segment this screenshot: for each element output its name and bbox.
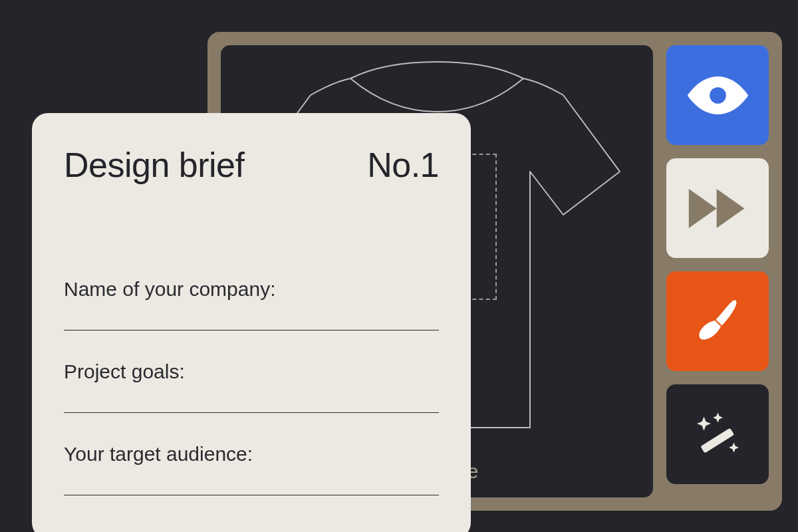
field-audience: Your target audience: xyxy=(64,443,439,497)
svg-marker-1 xyxy=(688,189,716,228)
paint-button[interactable] xyxy=(666,271,769,371)
magic-button[interactable] xyxy=(666,384,769,484)
field-company-input[interactable] xyxy=(64,321,439,331)
preview-button[interactable] xyxy=(666,45,769,145)
field-goals: Project goals: xyxy=(64,360,439,415)
eye-icon xyxy=(686,70,749,120)
brief-header: Design brief No.1 xyxy=(64,145,439,185)
fast-forward-icon xyxy=(686,184,749,233)
brush-icon xyxy=(686,297,749,346)
brief-number: No.1 xyxy=(367,145,439,185)
field-audience-label: Your target audience: xyxy=(64,443,439,466)
svg-point-0 xyxy=(710,87,726,104)
magic-wand-icon xyxy=(686,410,749,460)
field-goals-input[interactable] xyxy=(64,404,439,413)
design-brief-card: Design brief No.1 Name of your company: … xyxy=(32,113,471,532)
field-goals-label: Project goals: xyxy=(64,360,439,383)
skip-button[interactable] xyxy=(666,158,769,258)
field-company: Name of your company: xyxy=(64,278,439,332)
field-audience-input[interactable] xyxy=(64,486,439,495)
svg-marker-2 xyxy=(716,189,744,228)
field-company-label: Name of your company: xyxy=(64,278,439,301)
tool-column xyxy=(666,45,769,497)
brief-title: Design brief xyxy=(64,145,244,185)
svg-rect-3 xyxy=(700,428,734,453)
